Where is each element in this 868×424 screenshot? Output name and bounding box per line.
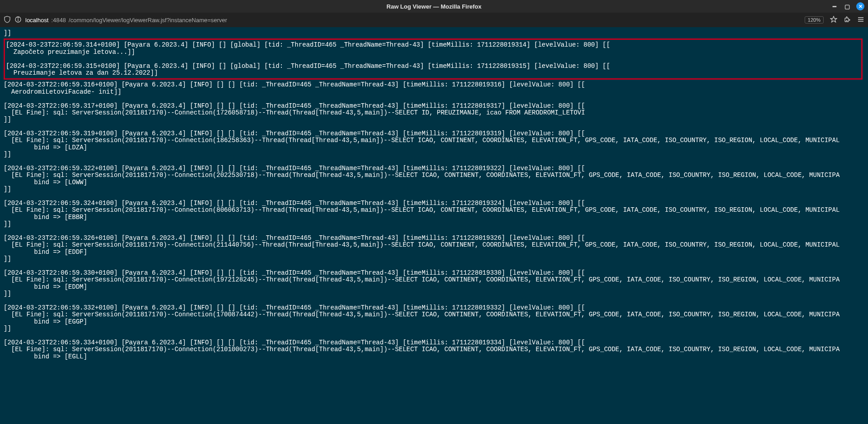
- window-title: Raw Log Viewer — Mozilla Firefox: [387, 3, 482, 10]
- highlighted-log-text: [2024-03-23T22:06:59.314+0100] [Payara 6…: [6, 41, 610, 76]
- url-host: localhost: [25, 17, 48, 24]
- zoom-level[interactable]: 120%: [805, 16, 824, 24]
- browser-toolbar: localhost:4848/common/logViewer/logViewe…: [0, 13, 868, 27]
- highlighted-log-block: [2024-03-23T22:06:59.314+0100] [Payara 6…: [4, 38, 863, 80]
- maximize-button[interactable]: ▢: [844, 3, 851, 10]
- log-rest: [2024-03-23T22:06:59.316+0100] [Payara 6…: [4, 81, 840, 360]
- bookmark-icon[interactable]: [830, 16, 837, 24]
- close-button[interactable]: ✕: [856, 2, 864, 10]
- url-bar[interactable]: localhost:4848/common/logViewer/logViewe…: [25, 17, 801, 24]
- menu-icon[interactable]: [857, 16, 864, 24]
- extensions-icon[interactable]: [844, 16, 851, 24]
- toolbar-right: 120%: [805, 16, 864, 24]
- svg-point-2: [18, 17, 18, 18]
- shield-icon[interactable]: [4, 16, 11, 24]
- url-port: :4848: [51, 17, 66, 24]
- log-line-fragment: ]]: [4, 29, 11, 37]
- window-controls: ━ ▢ ✕: [831, 2, 864, 10]
- log-content: ]] [2024-03-23T22:06:59.314+0100] [Payar…: [0, 27, 868, 424]
- info-icon[interactable]: [14, 16, 22, 24]
- url-path: /common/logViewer/logViewerRaw.jsf?insta…: [69, 17, 227, 24]
- titlebar: Raw Log Viewer — Mozilla Firefox ━ ▢ ✕: [0, 0, 868, 13]
- minimize-button[interactable]: ━: [831, 3, 838, 10]
